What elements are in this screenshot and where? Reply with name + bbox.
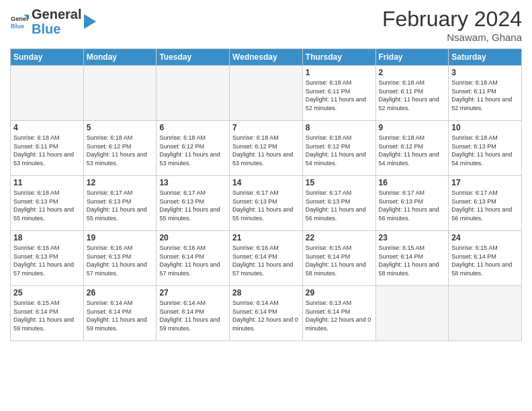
calendar-header-row: SundayMondayTuesdayWednesdayThursdayFrid…	[11, 49, 522, 66]
calendar-cell	[230, 66, 303, 121]
calendar-cell: 20Sunrise: 6:16 AMSunset: 6:14 PMDayligh…	[157, 231, 230, 286]
day-number: 1	[306, 68, 373, 77]
day-info: Sunrise: 6:15 AMSunset: 6:14 PMDaylight:…	[451, 244, 519, 277]
day-info: Sunrise: 6:17 AMSunset: 6:13 PMDaylight:…	[232, 189, 300, 222]
calendar-cell	[11, 66, 84, 121]
day-info: Sunrise: 6:17 AMSunset: 6:13 PMDaylight:…	[451, 189, 519, 222]
day-number: 25	[13, 288, 81, 298]
calendar-cell: 13Sunrise: 6:17 AMSunset: 6:13 PMDayligh…	[157, 176, 230, 231]
day-info: Sunrise: 6:14 AMSunset: 6:14 PMDaylight:…	[232, 299, 300, 332]
calendar-cell	[375, 286, 449, 341]
calendar-cell: 21Sunrise: 6:16 AMSunset: 6:14 PMDayligh…	[230, 231, 303, 286]
calendar-cell	[157, 66, 230, 121]
calendar-cell: 3Sunrise: 6:18 AMSunset: 6:11 PMDaylight…	[449, 66, 522, 121]
calendar-cell: 23Sunrise: 6:15 AMSunset: 6:14 PMDayligh…	[375, 231, 449, 286]
calendar-cell	[449, 286, 522, 341]
calendar-cell: 4Sunrise: 6:18 AMSunset: 6:11 PMDaylight…	[11, 121, 84, 176]
day-info: Sunrise: 6:13 AMSunset: 6:14 PMDaylight:…	[306, 299, 373, 332]
calendar-cell: 28Sunrise: 6:14 AMSunset: 6:14 PMDayligh…	[230, 286, 303, 341]
day-info: Sunrise: 6:17 AMSunset: 6:13 PMDaylight:…	[87, 189, 154, 222]
day-number: 28	[232, 288, 300, 298]
day-info: Sunrise: 6:16 AMSunset: 6:13 PMDaylight:…	[87, 244, 154, 277]
calendar-week-3: 11Sunrise: 6:18 AMSunset: 6:13 PMDayligh…	[11, 176, 522, 231]
day-number: 3	[451, 68, 519, 77]
day-info: Sunrise: 6:18 AMSunset: 6:11 PMDaylight:…	[451, 79, 519, 112]
calendar-cell: 5Sunrise: 6:18 AMSunset: 6:12 PMDaylight…	[83, 121, 157, 176]
logo-blue: Blue	[32, 21, 81, 36]
day-number: 21	[232, 233, 300, 242]
calendar-cell: 29Sunrise: 6:13 AMSunset: 6:14 PMDayligh…	[302, 286, 375, 341]
day-info: Sunrise: 6:18 AMSunset: 6:12 PMDaylight:…	[379, 134, 446, 167]
day-number: 9	[379, 123, 446, 132]
calendar-cell: 25Sunrise: 6:15 AMSunset: 6:14 PMDayligh…	[11, 286, 84, 341]
calendar-week-5: 25Sunrise: 6:15 AMSunset: 6:14 PMDayligh…	[11, 286, 522, 341]
day-number: 14	[232, 178, 300, 187]
calendar-cell: 17Sunrise: 6:17 AMSunset: 6:13 PMDayligh…	[449, 176, 522, 231]
day-header-sunday: Sunday	[11, 49, 84, 66]
day-number: 18	[13, 233, 81, 242]
day-info: Sunrise: 6:15 AMSunset: 6:14 PMDaylight:…	[306, 244, 373, 277]
day-info: Sunrise: 6:18 AMSunset: 6:12 PMDaylight:…	[87, 134, 154, 167]
day-info: Sunrise: 6:16 AMSunset: 6:14 PMDaylight:…	[159, 244, 226, 277]
calendar-cell: 26Sunrise: 6:14 AMSunset: 6:14 PMDayligh…	[83, 286, 157, 341]
day-info: Sunrise: 6:18 AMSunset: 6:12 PMDaylight:…	[232, 134, 300, 167]
calendar-cell: 16Sunrise: 6:17 AMSunset: 6:13 PMDayligh…	[375, 176, 449, 231]
calendar-cell: 10Sunrise: 6:18 AMSunset: 6:13 PMDayligh…	[449, 121, 522, 176]
day-number: 26	[87, 288, 154, 298]
day-info: Sunrise: 6:16 AMSunset: 6:14 PMDaylight:…	[232, 244, 300, 277]
calendar-cell: 14Sunrise: 6:17 AMSunset: 6:13 PMDayligh…	[230, 176, 303, 231]
logo-wordmark: General Blue	[32, 7, 81, 36]
day-info: Sunrise: 6:15 AMSunset: 6:14 PMDaylight:…	[379, 244, 446, 277]
calendar-cell: 9Sunrise: 6:18 AMSunset: 6:12 PMDaylight…	[375, 121, 449, 176]
day-number: 6	[159, 123, 226, 132]
svg-marker-4	[84, 14, 96, 29]
calendar-cell: 27Sunrise: 6:14 AMSunset: 6:14 PMDayligh…	[157, 286, 230, 341]
day-number: 19	[87, 233, 154, 242]
logo-general: General	[32, 7, 81, 21]
calendar-cell: 7Sunrise: 6:18 AMSunset: 6:12 PMDaylight…	[230, 121, 303, 176]
day-number: 8	[306, 123, 373, 132]
calendar-cell: 22Sunrise: 6:15 AMSunset: 6:14 PMDayligh…	[302, 231, 375, 286]
day-number: 17	[451, 178, 519, 187]
day-info: Sunrise: 6:14 AMSunset: 6:14 PMDaylight:…	[159, 299, 226, 332]
day-number: 4	[13, 123, 81, 132]
day-header-wednesday: Wednesday	[230, 49, 303, 66]
day-header-monday: Monday	[83, 49, 157, 66]
day-number: 29	[306, 288, 373, 298]
day-number: 20	[159, 233, 226, 242]
logo: General Blue General Blue	[10, 7, 96, 36]
calendar-table: SundayMondayTuesdayWednesdayThursdayFrid…	[10, 48, 522, 341]
calendar-cell	[83, 66, 157, 121]
day-info: Sunrise: 6:18 AMSunset: 6:11 PMDaylight:…	[379, 79, 446, 112]
calendar-cell: 2Sunrise: 6:18 AMSunset: 6:11 PMDaylight…	[375, 66, 449, 121]
calendar-week-1: 1Sunrise: 6:18 AMSunset: 6:11 PMDaylight…	[11, 66, 522, 121]
day-info: Sunrise: 6:18 AMSunset: 6:12 PMDaylight:…	[306, 134, 373, 167]
day-info: Sunrise: 6:18 AMSunset: 6:11 PMDaylight:…	[306, 79, 373, 112]
day-header-friday: Friday	[375, 49, 449, 66]
calendar-cell: 1Sunrise: 6:18 AMSunset: 6:11 PMDaylight…	[302, 66, 375, 121]
day-number: 10	[451, 123, 519, 132]
logo-arrow-icon	[84, 14, 96, 29]
day-header-tuesday: Tuesday	[157, 49, 230, 66]
day-info: Sunrise: 6:17 AMSunset: 6:13 PMDaylight:…	[159, 189, 226, 222]
day-number: 12	[87, 178, 154, 187]
day-info: Sunrise: 6:18 AMSunset: 6:13 PMDaylight:…	[13, 189, 81, 222]
title-block: February 2024 Nsawam, Ghana	[382, 7, 522, 43]
day-info: Sunrise: 6:15 AMSunset: 6:14 PMDaylight:…	[13, 299, 81, 332]
calendar-cell: 15Sunrise: 6:17 AMSunset: 6:13 PMDayligh…	[302, 176, 375, 231]
calendar-cell: 12Sunrise: 6:17 AMSunset: 6:13 PMDayligh…	[83, 176, 157, 231]
location: Nsawam, Ghana	[382, 32, 522, 43]
day-number: 5	[87, 123, 154, 132]
calendar-cell: 8Sunrise: 6:18 AMSunset: 6:12 PMDaylight…	[302, 121, 375, 176]
day-number: 7	[232, 123, 300, 132]
day-header-thursday: Thursday	[302, 49, 375, 66]
day-number: 27	[159, 288, 226, 298]
day-info: Sunrise: 6:16 AMSunset: 6:13 PMDaylight:…	[13, 244, 81, 277]
day-number: 24	[451, 233, 519, 242]
calendar-week-2: 4Sunrise: 6:18 AMSunset: 6:11 PMDaylight…	[11, 121, 522, 176]
svg-text:Blue: Blue	[11, 23, 24, 30]
calendar-cell: 6Sunrise: 6:18 AMSunset: 6:12 PMDaylight…	[157, 121, 230, 176]
day-number: 22	[306, 233, 373, 242]
day-number: 11	[13, 178, 81, 187]
day-number: 16	[379, 178, 446, 187]
